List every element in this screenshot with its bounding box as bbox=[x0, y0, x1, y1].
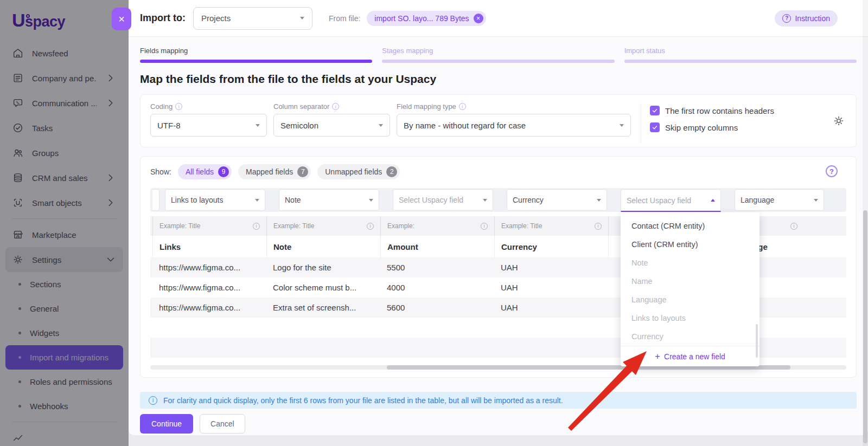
info-icon: i bbox=[459, 103, 466, 110]
info-icon: i bbox=[149, 396, 157, 405]
dropdown-scrollbar-thumb[interactable] bbox=[756, 324, 758, 358]
instruction-button[interactable]: ? Instruction bbox=[775, 10, 838, 27]
dropdown-option-note[interactable]: Note bbox=[621, 254, 760, 272]
close-sidebar-button[interactable]: × bbox=[112, 8, 131, 30]
dropdown-option-links-to-layouts[interactable]: Links to layouts bbox=[621, 309, 760, 327]
chevron-down-icon bbox=[255, 199, 259, 202]
advanced-settings-button[interactable] bbox=[832, 114, 845, 129]
import-options-card: Coding i UTF-8 Column separator i Semico… bbox=[140, 94, 857, 147]
footer-actions: Continue Cancel bbox=[140, 414, 857, 434]
chevron-down-icon bbox=[483, 199, 487, 202]
filter-mapped-fields[interactable]: Mapped fields 7 bbox=[238, 164, 311, 179]
field-mapping-select-row: Links to layouts Note Select Uspacy fiel… bbox=[150, 188, 846, 212]
table-cell: https://www.figma.co... bbox=[152, 277, 266, 298]
coding-select[interactable]: UTF-8 bbox=[150, 114, 267, 137]
cancel-button[interactable]: Cancel bbox=[200, 414, 245, 434]
step-progress-bar bbox=[140, 60, 372, 63]
column-header: Amount bbox=[380, 236, 494, 257]
dropdown-option-language[interactable]: Language bbox=[621, 290, 760, 309]
info-icon: i bbox=[367, 223, 374, 230]
table-cell: https://www.figma.co... bbox=[152, 298, 266, 318]
mapping-type-field: Field mapping type i By name - without r… bbox=[397, 102, 631, 137]
table-cell: UAH bbox=[494, 298, 608, 318]
filter-unmapped-fields[interactable]: Unmapped fields 2 bbox=[317, 164, 400, 179]
vertical-scrollbar[interactable] bbox=[863, 0, 868, 446]
count-badge: 9 bbox=[218, 166, 229, 177]
uspacy-field-dropdown: Contact (CRM entity) Client (CRM entity)… bbox=[621, 212, 760, 366]
clipped-field-select bbox=[152, 189, 159, 211]
info-icon: i bbox=[253, 223, 260, 230]
field-select-language[interactable]: Language bbox=[735, 189, 824, 211]
checked-checkbox-icon bbox=[650, 122, 660, 132]
sidebar: Uspacy Newsfeed Company and pe... Commun… bbox=[0, 0, 129, 446]
scrollbar-thumb[interactable] bbox=[863, 210, 867, 443]
dropdown-option-client[interactable]: Client (CRM entity) bbox=[621, 235, 760, 254]
chevron-down-icon bbox=[620, 124, 624, 127]
info-icon: i bbox=[595, 223, 602, 230]
wizard-steps: Fields mapping Stages mapping Import sta… bbox=[129, 37, 868, 63]
table-cell: 5600 bbox=[380, 298, 494, 318]
count-badge: 2 bbox=[386, 166, 397, 177]
info-icon: i bbox=[481, 223, 488, 230]
mapping-type-select[interactable]: By name - without regard for case bbox=[397, 114, 631, 137]
info-banner-text: For clarity and quick display, only the … bbox=[163, 396, 563, 405]
separator-field: Column separator i Semicolon bbox=[273, 102, 390, 137]
checked-checkbox-icon bbox=[650, 106, 660, 115]
column-header: Note bbox=[266, 236, 380, 257]
import-entity-select[interactable]: Projects bbox=[193, 7, 312, 30]
count-badge: 7 bbox=[297, 166, 308, 177]
show-filter-row: Show: All fields 9 Mapped fields 7 Unmap… bbox=[150, 164, 846, 179]
gear-icon bbox=[832, 114, 845, 127]
column-header: Links bbox=[152, 236, 266, 257]
field-select-links[interactable]: Links to layouts bbox=[165, 189, 265, 211]
filter-all-fields[interactable]: All fields 9 bbox=[178, 164, 232, 179]
step-progress-bar bbox=[624, 60, 857, 63]
dropdown-option-contact[interactable]: Contact (CRM entity) bbox=[621, 217, 760, 235]
separator-select[interactable]: Semicolon bbox=[273, 114, 390, 137]
table-cell: https://www.figma.co... bbox=[152, 257, 266, 277]
field-select-open[interactable]: Select Uspacy field bbox=[621, 189, 721, 212]
page-title: Map the fields from the file to the fiel… bbox=[140, 73, 868, 86]
step-progress-bar bbox=[382, 60, 614, 63]
from-file-label: From file: bbox=[329, 14, 360, 23]
divider bbox=[641, 104, 641, 143]
show-label: Show: bbox=[150, 167, 171, 176]
create-new-field-button[interactable]: + Create a new field bbox=[621, 346, 760, 366]
mapping-type-label: Field mapping type bbox=[397, 102, 456, 111]
table-cell: Logo for the site bbox=[266, 257, 380, 277]
continue-button[interactable]: Continue bbox=[140, 414, 193, 434]
field-select-currency[interactable]: Currency bbox=[507, 189, 607, 211]
column-header: Currency bbox=[494, 236, 608, 257]
chevron-down-icon bbox=[379, 124, 383, 127]
table-cell: Extra set of screensh... bbox=[266, 298, 380, 318]
field-select-amount[interactable]: Select Uspacy field bbox=[393, 189, 493, 211]
skip-empty-columns-checkbox[interactable]: Skip empty columns bbox=[650, 122, 774, 132]
field-select-note[interactable]: Note bbox=[279, 189, 379, 211]
help-icon[interactable]: ? bbox=[826, 165, 838, 177]
first-row-headers-checkbox[interactable]: The first row contains headers bbox=[650, 106, 774, 115]
info-icon: i bbox=[790, 223, 797, 230]
table-cell: 4000 bbox=[380, 277, 494, 298]
dropdown-option-name[interactable]: Name bbox=[621, 272, 760, 290]
table-cell: Color scheme must b... bbox=[266, 277, 380, 298]
file-chip: import SO. layo... 789 Bytes × bbox=[367, 11, 486, 26]
chevron-up-icon bbox=[711, 199, 715, 202]
question-icon: ? bbox=[782, 14, 791, 23]
dropdown-option-currency[interactable]: Currency bbox=[621, 327, 760, 346]
coding-field: Coding i UTF-8 bbox=[150, 102, 267, 137]
info-icon: i bbox=[175, 103, 182, 110]
example-cell: Example: Titlei bbox=[494, 216, 608, 236]
sidebar-dim-overlay bbox=[0, 0, 129, 446]
example-cell: Example:i bbox=[380, 216, 494, 236]
step-fields-mapping: Fields mapping bbox=[140, 47, 372, 63]
example-cell: Example: Titlei bbox=[152, 216, 266, 236]
step-import-status: Import status bbox=[624, 47, 857, 63]
close-icon: × bbox=[118, 14, 125, 24]
file-chip-text: import SO. layo... 789 Bytes bbox=[374, 14, 469, 23]
table-cell: UAH bbox=[494, 277, 608, 298]
info-banner: i For clarity and quick display, only th… bbox=[140, 392, 857, 409]
chevron-down-icon bbox=[597, 199, 601, 202]
import-topbar: Import to: Projects From file: import SO… bbox=[129, 0, 868, 37]
info-icon: i bbox=[332, 103, 339, 110]
remove-file-icon[interactable]: × bbox=[474, 14, 483, 23]
